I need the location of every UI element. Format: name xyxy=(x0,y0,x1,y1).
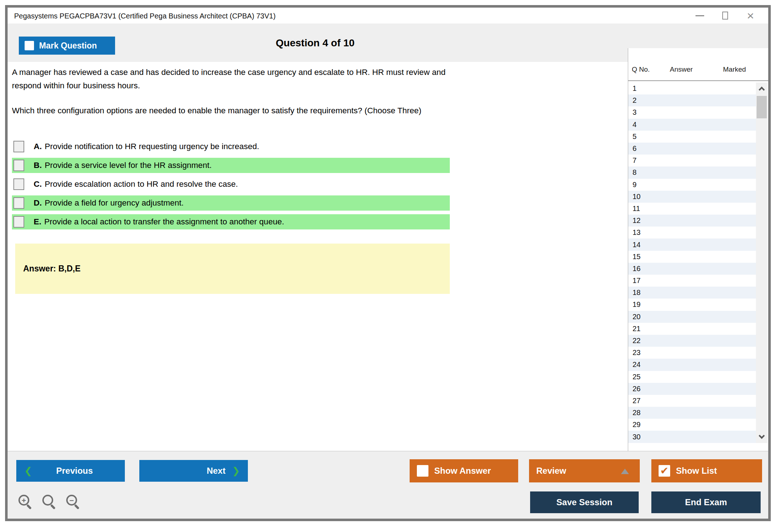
question-number: 14 xyxy=(633,241,640,249)
question-list-row[interactable]: 20 xyxy=(628,311,756,323)
question-counter: Question 4 of 10 xyxy=(8,37,623,49)
question-number: 26 xyxy=(633,385,640,393)
check-icon: ✔ xyxy=(660,466,668,476)
question-list-row[interactable]: 27 xyxy=(628,395,756,407)
close-button[interactable]: × xyxy=(738,8,763,24)
options-list: A. Provide notification to HR requesting… xyxy=(12,139,450,229)
question-list-row[interactable]: 29 xyxy=(628,419,756,431)
zoom-controls: + − xyxy=(18,495,81,510)
minimize-button[interactable] xyxy=(687,8,713,24)
question-number: 3 xyxy=(633,108,637,117)
question-list-row[interactable]: 12 xyxy=(628,215,756,227)
magnifier-icon xyxy=(42,495,53,506)
answer-box: Answer: B,D,E xyxy=(15,244,450,294)
question-list-row[interactable]: 11 xyxy=(628,203,756,215)
show-list-checkbox[interactable]: ✔ xyxy=(659,465,670,477)
question-list-row[interactable]: 6 xyxy=(628,143,756,155)
question-list-row[interactable]: 7 xyxy=(628,155,756,166)
chevron-up-icon xyxy=(759,86,765,93)
maximize-icon xyxy=(722,12,728,20)
question-list-row[interactable]: 18 xyxy=(628,287,756,299)
question-list-row[interactable]: 24 xyxy=(628,359,756,371)
question-list-row[interactable]: 19 xyxy=(628,299,756,311)
zoom-in-icon: + xyxy=(18,495,29,506)
question-list-row[interactable]: 13 xyxy=(628,227,756,238)
question-list-row[interactable]: 28 xyxy=(628,407,756,419)
scroll-down-button[interactable] xyxy=(756,431,768,443)
question-list-row[interactable]: 3 xyxy=(628,106,756,118)
question-list-row[interactable]: 23 xyxy=(628,347,756,359)
save-session-button[interactable]: Save Session xyxy=(530,491,639,513)
question-list-row[interactable]: 10 xyxy=(628,191,756,203)
option-checkbox[interactable] xyxy=(13,197,24,209)
question-list-row[interactable]: 30 xyxy=(628,431,756,443)
show-answer-button[interactable]: Show Answer xyxy=(410,459,518,482)
question-paragraph-2: Which three configuration options are ne… xyxy=(12,104,453,117)
question-list-rows: 1 2 3 4 5 6 7 8 9 10 11 12 13 14 15 xyxy=(628,83,756,443)
option-text: Provide a service level for the HR assig… xyxy=(45,161,212,170)
question-number: 10 xyxy=(633,193,640,201)
question-number: 29 xyxy=(633,421,640,429)
question-number: 27 xyxy=(633,397,640,405)
zoom-out-icon: − xyxy=(66,495,77,506)
option-checkbox[interactable] xyxy=(13,216,24,228)
question-number: 18 xyxy=(633,288,640,297)
answer-option-row[interactable]: B. Provide a service level for the HR as… xyxy=(12,158,450,173)
next-button[interactable]: Next ❯ xyxy=(139,460,248,482)
question-number: 2 xyxy=(633,96,637,105)
zoom-in-button[interactable]: + xyxy=(18,495,34,510)
answer-option-row[interactable]: D. Provide a field for urgency adjustmen… xyxy=(12,195,450,211)
question-list-row[interactable]: 1 xyxy=(628,83,756,94)
footer-bar: ❮ Previous Next ❯ + − Show Answer Review xyxy=(8,451,768,519)
question-list-row[interactable]: 8 xyxy=(628,166,756,178)
option-checkbox[interactable] xyxy=(13,160,24,171)
option-letter: A. xyxy=(34,142,42,151)
question-list-scrollbar[interactable] xyxy=(756,83,768,443)
zoom-reset-button[interactable] xyxy=(42,495,58,510)
question-list-row[interactable]: 25 xyxy=(628,371,756,383)
previous-button[interactable]: ❮ Previous xyxy=(16,460,125,482)
maximize-button[interactable] xyxy=(713,8,738,24)
option-checkbox[interactable] xyxy=(13,141,24,152)
show-list-button[interactable]: ✔ Show List xyxy=(651,459,762,482)
answer-option-row[interactable]: C. Provide escalation action to HR and r… xyxy=(12,177,450,192)
question-list-row[interactable]: 5 xyxy=(628,131,756,143)
question-list-row[interactable]: 16 xyxy=(628,263,756,275)
column-qno: Q No. xyxy=(632,66,650,73)
previous-label: Previous xyxy=(32,466,117,476)
question-number: 22 xyxy=(633,337,640,345)
end-exam-label: End Exam xyxy=(685,497,727,507)
scrollbar-thumb[interactable] xyxy=(757,96,767,118)
answer-option-row[interactable]: A. Provide notification to HR requesting… xyxy=(12,139,450,154)
question-list-row[interactable]: 2 xyxy=(628,94,756,106)
question-list-row[interactable]: 14 xyxy=(628,238,756,250)
zoom-out-button[interactable]: − xyxy=(66,495,81,510)
option-checkbox[interactable] xyxy=(13,178,24,190)
question-number: 5 xyxy=(633,132,637,141)
question-list-row[interactable]: 26 xyxy=(628,383,756,395)
question-number: 20 xyxy=(633,313,640,321)
answer-label: Answer: B,D,E xyxy=(23,264,80,274)
option-text: Provide a local action to transfer the a… xyxy=(44,217,284,227)
question-list-header: Q No. Answer Marked xyxy=(628,48,768,81)
question-list-row[interactable]: 9 xyxy=(628,179,756,191)
column-marked: Marked xyxy=(723,66,746,73)
column-answer: Answer xyxy=(670,66,693,73)
scroll-up-button[interactable] xyxy=(756,83,768,95)
question-number: 15 xyxy=(633,253,640,261)
answer-option-row[interactable]: E. Provide a local action to transfer th… xyxy=(12,214,450,229)
show-answer-checkbox[interactable] xyxy=(417,465,428,477)
question-number: 25 xyxy=(633,373,640,381)
question-list-row[interactable]: 21 xyxy=(628,323,756,335)
magnifier-handle xyxy=(74,504,80,510)
option-text: Provide notification to HR requesting ur… xyxy=(45,142,259,151)
option-letter: C. xyxy=(34,180,42,189)
close-icon: × xyxy=(747,8,754,24)
end-exam-button[interactable]: End Exam xyxy=(651,491,761,513)
question-number: 21 xyxy=(633,325,640,333)
review-button[interactable]: Review xyxy=(529,459,640,482)
question-list-row[interactable]: 15 xyxy=(628,251,756,263)
question-list-row[interactable]: 17 xyxy=(628,275,756,287)
question-list-row[interactable]: 22 xyxy=(628,335,756,347)
question-list-row[interactable]: 4 xyxy=(628,119,756,131)
